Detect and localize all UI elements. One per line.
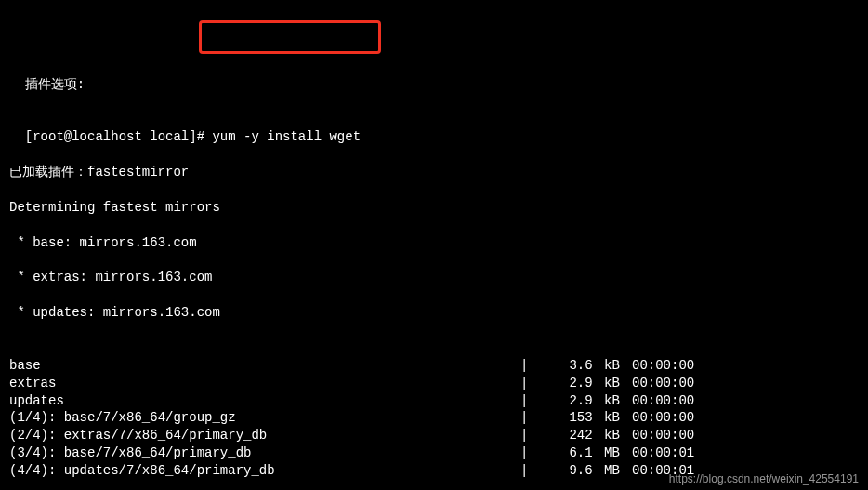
repo-unit: MB [604,444,632,462]
repo-size: 2.9 [539,375,604,392]
repo-separator: | [520,444,539,462]
repo-separator: | [520,409,539,427]
command-highlight-box [199,20,381,54]
repo-separator: | [520,375,539,392]
repo-progress-row: updates| 2.9 kB 00:00:00 [9,392,859,410]
repo-name: (3/4): base/7/x86_64/primary_db [9,444,520,462]
repo-separator: | [520,392,539,410]
repo-size: 3.6 [539,357,604,375]
repo-progress-row: extras| 2.9 kB 00:00:00 [9,375,859,392]
repo-name: (2/4): extras/7/x86_64/primary_db [9,427,520,444]
repo-name: (4/4): updates/7/x86_64/primary_db [9,462,520,480]
repo-name: extras [9,375,520,392]
repo-size: 153 [539,409,604,427]
shell-prompt-line[interactable]: [root@localhost local]# yum -y install w… [9,111,859,146]
repo-unit: MB [604,462,632,480]
repo-name: base [9,357,520,375]
repo-time: 00:00:00 [632,427,716,444]
repo-progress-row: base| 3.6 kB 00:00:00 [9,357,859,375]
mirror-base: * base: mirrors.163.com [9,234,859,252]
plugin-options-label: 插件选项: [9,76,859,94]
mirror-updates: * updates: mirrors.163.com [9,304,859,322]
repo-unit: kB [604,392,632,410]
repo-unit: kB [604,427,632,444]
repo-time: 00:00:00 [632,357,716,375]
repo-size: 242 [539,427,604,444]
shell-prompt: [root@localhost local]# [25,129,204,144]
repo-size: 6.1 [539,444,604,462]
shell-command: yum -y install wget [204,129,361,144]
determining-mirrors-line: Determining fastest mirrors [9,199,859,217]
repo-progress-row: (1/4): base/7/x86_64/group_gz| 153 kB 00… [9,409,859,427]
loaded-plugins-line: 已加载插件：fastestmirror [9,164,859,181]
repo-separator: | [520,357,539,375]
repo-time: 00:00:00 [632,409,716,427]
repo-time: 00:00:00 [632,375,716,392]
mirror-extras: * extras: mirrors.163.com [9,269,859,286]
repo-time: 00:00:01 [632,444,716,462]
repo-time: 00:00:00 [632,392,716,410]
repo-name: updates [9,392,520,410]
watermark-text: https://blog.csdn.net/weixin_42554191 [669,471,859,486]
repo-progress-row: (3/4): base/7/x86_64/primary_db| 6.1 MB … [9,444,859,462]
repo-unit: kB [604,357,632,375]
repo-separator: | [520,427,539,444]
repo-unit: kB [604,409,632,427]
repo-size: 2.9 [539,392,604,410]
repo-name: (1/4): base/7/x86_64/group_gz [9,409,520,427]
repo-progress-row: (2/4): extras/7/x86_64/primary_db| 242 k… [9,427,859,444]
repo-unit: kB [604,375,632,392]
repo-size: 9.6 [539,462,604,480]
repo-separator: | [520,462,539,480]
